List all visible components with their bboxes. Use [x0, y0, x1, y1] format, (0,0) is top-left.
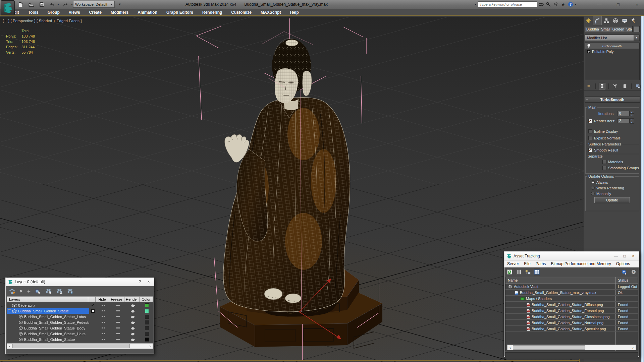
explicit-normals-checkbox[interactable] — [588, 136, 592, 140]
layer-name[interactable]: Buddha_Small_Golden_Statue — [24, 338, 75, 342]
manually-radio[interactable] — [591, 192, 595, 195]
redo-dropdown-icon[interactable]: ▼ — [71, 3, 73, 6]
column-name[interactable]: Name — [505, 277, 615, 283]
materials-checkbox[interactable] — [602, 160, 606, 164]
scroll-thumb[interactable] — [513, 345, 585, 350]
favorites-star-icon[interactable]: ★ — [559, 1, 567, 8]
menu-create[interactable]: Create — [89, 10, 102, 15]
close-button[interactable]: × — [632, 1, 642, 8]
layer-row[interactable]: Buddha_Small_Golden_Statue_Body — [7, 325, 154, 331]
save-file-icon[interactable] — [38, 1, 46, 8]
hide-cell[interactable] — [97, 325, 110, 331]
scroll-right-icon[interactable]: › — [147, 344, 153, 349]
menu-group[interactable]: Group — [48, 10, 60, 15]
layer-name[interactable]: 0 (default) — [18, 303, 35, 307]
remove-modifier-icon[interactable] — [622, 83, 628, 89]
color-cell[interactable] — [140, 314, 154, 319]
menu-modifiers[interactable]: Modifiers — [111, 10, 128, 15]
hide-cell[interactable] — [97, 314, 110, 319]
layer-name[interactable]: Buddha_Small_Golden_Statue_Pedestal — [24, 320, 89, 324]
spin-up-icon[interactable]: ▲ — [630, 111, 634, 114]
help-dropdown-icon[interactable]: ▼ — [574, 3, 577, 6]
current-layer-cell[interactable]: ✓ — [89, 302, 97, 308]
render-cell[interactable] — [125, 314, 140, 319]
hide-cell[interactable] — [97, 337, 110, 342]
render-iters-checkbox[interactable]: ✓ — [588, 119, 592, 123]
current-layer-cell[interactable] — [89, 331, 97, 337]
iterations-spinner[interactable]: 0 ▲▼ — [618, 111, 634, 116]
asset-row[interactable]: PNGBuddha_Small_Golden_Statue_Normal.png… — [505, 320, 638, 326]
menu-tools[interactable]: Tools — [28, 10, 39, 15]
layer-color-swatch[interactable] — [145, 332, 149, 336]
current-layer-cell[interactable] — [89, 314, 97, 319]
current-layer-cell[interactable] — [89, 319, 97, 325]
column-color[interactable]: Color — [140, 296, 153, 302]
layer-row[interactable]: Buddha_Small_Golden_Statue — [7, 337, 154, 342]
menu-customize[interactable]: Customize — [231, 10, 252, 15]
asset-row[interactable]: PNGBuddha_Small_Golden_Statue_Specular.p… — [505, 326, 638, 332]
menu-maxscript[interactable]: MAXScript — [261, 10, 281, 15]
new-file-icon[interactable] — [17, 1, 25, 8]
turbosmooth-rollout-header[interactable]: − TurboSmooth — [585, 97, 640, 103]
smooth-result-checkbox[interactable]: ✓ — [588, 148, 592, 152]
layer-name[interactable]: Buddha_Small_Golden_Statue — [18, 309, 69, 313]
layer-row[interactable]: 0 (default)✓ — [7, 302, 154, 308]
hide-cell[interactable] — [97, 319, 110, 325]
stack-item-editable-poly[interactable]: Editable Poly — [585, 49, 639, 54]
help-icon[interactable]: ? — [567, 1, 574, 8]
hide-cell[interactable] — [97, 302, 110, 308]
search-input[interactable] — [478, 1, 537, 8]
table-view-icon[interactable] — [534, 269, 540, 275]
menu-help[interactable]: Help — [290, 10, 299, 15]
asset-row[interactable]: PNGBuddha_Small_Golden_Statue_Fresnel.pn… — [505, 308, 638, 314]
layer-dialog-titlebar[interactable]: Layer: 0 (default) ? × — [6, 278, 154, 286]
context-help-icon[interactable]: ? — [621, 269, 628, 275]
asset-name[interactable]: Buddha_Small_Golden_Statue_Normal.png — [532, 321, 603, 325]
column-layers[interactable]: Layers — [7, 296, 88, 302]
freeze-cell[interactable] — [110, 302, 125, 308]
asset-row[interactable]: PNGBuddha_Small_Golden_Statue_Glossiness… — [505, 314, 638, 320]
maximize-button[interactable]: □ — [621, 254, 628, 258]
help-icon[interactable]: ? — [630, 269, 637, 275]
render-cell[interactable] — [125, 308, 140, 314]
layer-color-swatch[interactable] — [145, 315, 149, 319]
hierarchy-view-icon[interactable] — [525, 269, 531, 275]
asset-row[interactable]: Autodesk VaultLogged Out — [505, 284, 638, 290]
freeze-cell[interactable] — [110, 331, 125, 337]
expand-collapse-icon[interactable]: − — [8, 309, 11, 312]
asset-row[interactable]: PNGBuddha_Small_Golden_Statue_Diffuse.pn… — [505, 302, 638, 308]
layer-color-swatch[interactable] — [145, 309, 149, 313]
spin-up-icon[interactable]: ▲ — [630, 118, 634, 121]
configure-modifier-sets-icon[interactable] — [635, 83, 641, 89]
layer-name[interactable]: Buddha_Small_Golden_Statue_Body — [24, 326, 85, 330]
scroll-thumb[interactable] — [12, 344, 130, 348]
column-render[interactable]: Render — [124, 296, 140, 302]
minimize-button[interactable]: — — [612, 254, 619, 258]
spin-down-icon[interactable]: ▼ — [630, 121, 634, 124]
tab-create-icon[interactable] — [584, 16, 593, 25]
layer-name[interactable]: Buddha_Small_Golden_Statue_Lotus — [24, 315, 86, 319]
asset-name[interactable]: Buddha_Small_Golden_Statue_max_vray.max — [520, 291, 596, 295]
spin-down-icon[interactable]: ▼ — [630, 114, 634, 116]
column-hide[interactable]: Hide — [96, 296, 109, 302]
smoothing-groups-checkbox[interactable] — [602, 166, 606, 170]
asset-name[interactable]: Maps / Shaders — [526, 297, 552, 301]
render-cell[interactable] — [125, 325, 140, 331]
pin-stack-icon[interactable] — [586, 83, 592, 89]
delete-layer-icon[interactable]: × — [19, 288, 23, 295]
asset-row[interactable]: MAXBuddha_Small_Golden_Statue_max_vray.m… — [505, 290, 638, 296]
color-cell[interactable] — [140, 308, 154, 314]
color-cell[interactable] — [140, 331, 154, 337]
menu-graph-editors[interactable]: Graph Editors — [166, 10, 193, 15]
create-new-layer-icon[interactable] — [9, 289, 15, 294]
tab-modify-icon[interactable] — [593, 16, 602, 25]
layer-color-swatch[interactable] — [145, 303, 149, 307]
minimize-button[interactable]: — — [594, 1, 604, 8]
close-button[interactable]: × — [630, 254, 637, 258]
scroll-left-icon[interactable]: ‹ — [507, 345, 513, 350]
hide-cell[interactable] — [97, 308, 110, 314]
asset-name[interactable]: Buddha_Small_Golden_Statue_Specular.png — [532, 327, 606, 331]
layer-properties-icon[interactable] — [67, 289, 73, 294]
asset-row[interactable]: Maps / Shaders — [505, 296, 638, 302]
open-file-icon[interactable] — [27, 1, 35, 8]
